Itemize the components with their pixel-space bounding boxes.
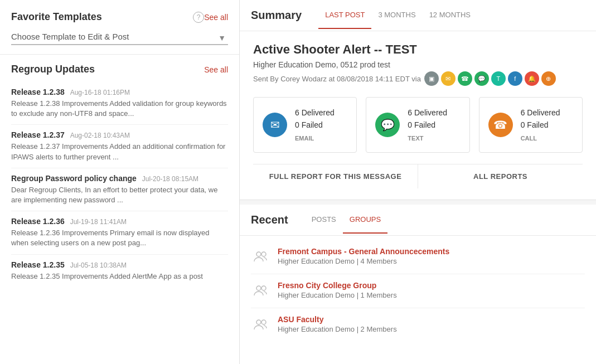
update-item: Regroup Password policy change Jul-20-18… (11, 168, 228, 211)
channel-icon-1: ✉ (441, 71, 456, 86)
update-body: Dear Regroup Clients, In an effort to be… (11, 185, 228, 205)
right-panel: Summary LAST POST3 MONTHS12 MONTHS Activ… (240, 0, 596, 364)
svg-point-5 (261, 320, 266, 324)
channel-icon-0: ▣ (424, 71, 439, 86)
update-title: Regroup Password policy change Jul-20-18… (11, 174, 228, 183)
svg-point-3 (261, 286, 266, 290)
stat-failed: 0 Failed (408, 119, 447, 131)
recent-tabs-container: POSTSGROUPS (305, 206, 387, 234)
stat-failed: 0 Failed (521, 119, 560, 131)
update-item: Release 1.2.36 Jul-19-18 11:41AM Release… (11, 211, 228, 254)
regroup-updates-section: Regroup Updates See all Release 1.2.38 A… (0, 55, 239, 364)
group-icon (251, 315, 271, 335)
stat-delivered: 6 Delivered (521, 106, 560, 119)
update-item: Release 1.2.37 Aug-02-18 10:43AM Release… (11, 125, 228, 168)
channel-icon-2: ☎ (458, 71, 472, 86)
stat-label: TEXT (408, 134, 447, 144)
update-body: Release 1.2.38 Improvements Added valida… (11, 99, 228, 119)
summary-content: Active Shooter Alert -- TEST Higher Educ… (240, 31, 596, 200)
stat-delivered: 6 Delivered (295, 106, 335, 119)
channel-icon-7: ⊕ (541, 71, 556, 86)
stat-failed: 0 Failed (295, 119, 335, 131)
update-title: Release 1.2.37 Aug-02-18 10:43AM (11, 130, 228, 139)
template-dropdown[interactable]: Choose Template to Edit & Post (11, 32, 228, 41)
alert-meta: Sent By Corey Wodarz at 08/08/2018 14:11… (253, 71, 583, 86)
svg-point-0 (256, 252, 261, 256)
channel-icons: ▣✉☎💬Tf🔔⊕ (424, 71, 556, 86)
stat-label: EMAIL (295, 134, 335, 144)
update-title: Release 1.2.38 Aug-16-18 01:16PM (11, 88, 228, 96)
stat-box-call: ☎ 6 Delivered 0 Failed CALL (479, 97, 583, 153)
svg-point-1 (261, 252, 266, 256)
recent-item-info: ASU Faculty Higher Education Demo | 2 Me… (278, 315, 585, 333)
alert-subtitle: Higher Education Demo, 0512 prod test (253, 60, 583, 69)
help-icon[interactable]: ? (193, 12, 204, 23)
summary-tab-3-months[interactable]: 3 MONTHS (371, 2, 422, 29)
update-date: Jul-05-18 10:38AM (70, 261, 127, 269)
recent-item-name[interactable]: ASU Faculty (278, 315, 585, 324)
summary-tab-last-post[interactable]: LAST POST (318, 2, 371, 29)
stat-label: CALL (521, 134, 560, 144)
update-date: Jul-20-18 08:15AM (142, 175, 198, 183)
recent-group-item: Fresno City College Group Higher Educati… (251, 274, 585, 308)
recent-tab-posts[interactable]: POSTS (305, 206, 343, 234)
channel-icon-4: T (491, 71, 506, 86)
recent-item-name[interactable]: Fresno City College Group (278, 281, 585, 290)
summary-tab-12-months[interactable]: 12 MONTHS (423, 2, 477, 29)
update-body: Release 1.2.35 Improvements Added AlertM… (11, 271, 228, 282)
recent-title: Recent (251, 205, 288, 235)
group-icon (251, 281, 271, 301)
update-date: Aug-16-18 01:16PM (70, 89, 130, 96)
recent-item-name[interactable]: Fremont Campus - General Announcecements (278, 247, 585, 256)
regroup-title: Regroup Updates (11, 64, 204, 75)
alert-meta-prefix: Sent By Corey Wodarz at 08/08/2018 14:11… (253, 75, 421, 83)
recent-item-sub: Higher Education Demo | 4 Members (278, 257, 585, 265)
recent-tabs: Recent POSTSGROUPS (240, 205, 596, 236)
recent-card: Recent POSTSGROUPS Fremont Campus - Gene… (240, 205, 596, 364)
stat-box-text: 💬 6 Delivered 0 Failed TEXT (366, 97, 469, 153)
svg-point-4 (256, 320, 261, 324)
favorites-header: Favorite Templates ? See all (11, 11, 228, 23)
recent-item-sub: Higher Education Demo | 2 Members (278, 325, 585, 333)
summary-tabs: Summary LAST POST3 MONTHS12 MONTHS (240, 0, 596, 31)
summary-title: Summary (251, 0, 302, 31)
stat-icon-text: 💬 (375, 113, 400, 137)
update-date: Aug-02-18 10:43AM (70, 132, 130, 139)
stat-icon-call: ☎ (488, 113, 513, 137)
favorites-see-all[interactable]: See all (204, 13, 228, 22)
recent-item-sub: Higher Education Demo | 1 Members (278, 291, 585, 299)
stat-icon-email: ✉ (263, 113, 287, 137)
full-report-button[interactable]: FULL REPORT FOR THIS MESSAGE (253, 164, 418, 188)
recent-list: Fremont Campus - General Announcecements… (240, 236, 596, 346)
channel-icon-3: 💬 (474, 71, 489, 86)
alert-title: Active Shooter Alert -- TEST (253, 42, 583, 57)
update-item: Release 1.2.38 Aug-16-18 01:16PM Release… (11, 82, 228, 125)
recent-item-info: Fresno City College Group Higher Educati… (278, 281, 585, 299)
delivery-stats: ✉ 6 Delivered 0 Failed EMAIL 💬 6 Deliver… (253, 97, 583, 153)
update-title: Release 1.2.36 Jul-19-18 11:41AM (11, 217, 228, 226)
regroup-header: Regroup Updates See all (0, 64, 239, 82)
favorite-templates-section: Favorite Templates ? See all Choose Temp… (0, 0, 239, 55)
stat-delivered: 6 Delivered (408, 106, 447, 119)
summary-tabs-container: LAST POST3 MONTHS12 MONTHS (318, 2, 477, 29)
recent-group-item: ASU Faculty Higher Education Demo | 2 Me… (251, 308, 585, 342)
stat-info-call: 6 Delivered 0 Failed CALL (521, 106, 560, 143)
left-panel: Favorite Templates ? See all Choose Temp… (0, 0, 240, 364)
channel-icon-5: f (508, 71, 522, 86)
update-date: Jul-19-18 11:41AM (70, 218, 127, 226)
updates-list: Release 1.2.38 Aug-16-18 01:16PM Release… (0, 82, 239, 364)
summary-card: Summary LAST POST3 MONTHS12 MONTHS Activ… (240, 0, 596, 200)
stat-info-text: 6 Delivered 0 Failed TEXT (408, 106, 447, 143)
recent-tab-groups[interactable]: GROUPS (343, 206, 387, 234)
all-reports-button[interactable]: ALL REPORTS (418, 164, 583, 188)
group-icon (251, 247, 271, 267)
recent-item-info: Fremont Campus - General Announcecements… (278, 247, 585, 265)
stat-box-email: ✉ 6 Delivered 0 Failed EMAIL (253, 97, 357, 153)
template-dropdown-wrapper: Choose Template to Edit & Post ▼ (11, 32, 228, 45)
recent-group-item: Fremont Campus - General Announcecements… (251, 240, 585, 274)
channel-icon-6: 🔔 (525, 71, 539, 86)
report-actions: FULL REPORT FOR THIS MESSAGE ALL REPORTS (253, 164, 583, 188)
update-body: Release 1.2.37 Improvements Added an add… (11, 142, 228, 162)
regroup-see-all[interactable]: See all (204, 65, 228, 74)
update-body: Release 1.2.36 Improvements Primary emai… (11, 228, 228, 248)
